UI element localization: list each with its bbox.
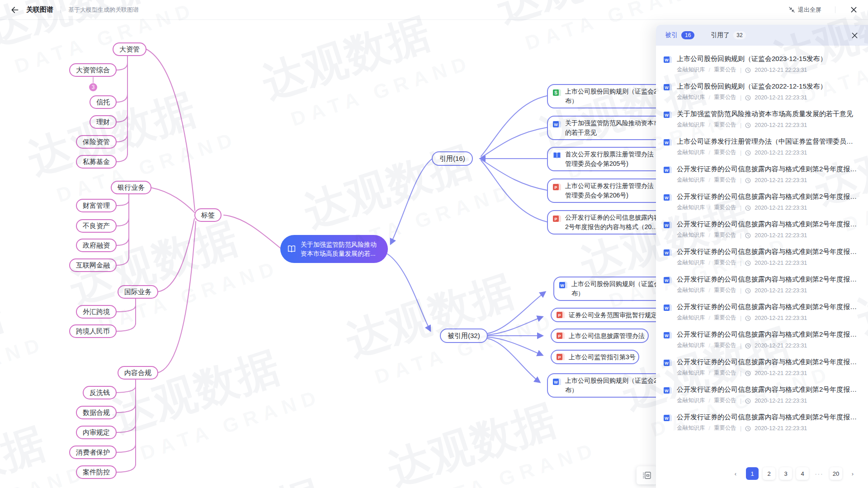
doc-card[interactable]: 首次公开发行股票注册管理办法（中国证券监督管理委员会令第205号) (547, 147, 665, 171)
tag-node-child[interactable]: 案件防控 (76, 465, 117, 479)
minimap-toggle-button[interactable] (637, 466, 657, 484)
document-timestamp: 2020-12-21 22:23:31 (755, 94, 807, 101)
ppt-icon: P (552, 183, 561, 192)
document-title: 公开发行证券的公司信息披露内容与格式准则第2号年度报告的内... (677, 358, 859, 366)
clock-icon (745, 315, 751, 321)
page-button-4[interactable]: 4 (796, 467, 809, 480)
tag-node-child[interactable]: 政府融资 (76, 239, 117, 252)
document-list-item[interactable]: W 公开发行证券的公司信息披露内容与格式准则第2号年度报告的内... 金融知识库… (663, 188, 859, 216)
page-subtitle: 基于大模型生成的关联图谱 (68, 6, 139, 14)
cite-branch-node[interactable]: 引用(16) (432, 151, 473, 166)
tag-node-child[interactable]: 信托 (90, 95, 117, 109)
tab-cited-by[interactable]: 被引 16 (665, 31, 694, 39)
svg-text:W: W (665, 306, 669, 310)
svg-text:P: P (558, 334, 561, 338)
collapsed-count-badge[interactable]: 3 (89, 83, 97, 91)
document-list-item[interactable]: W 公开发行证券的公司信息披露内容与格式准则第2号年度报告的内... 金融知识库… (663, 381, 859, 408)
top-bar: 关联图谱 基于大模型生成的关联图谱 退出全屏 (0, 0, 868, 20)
tag-node-child[interactable]: 理财 (90, 115, 117, 129)
center-document-node[interactable]: 关于加强监管防范风险推动 资本市场高质量发展的若... (280, 235, 388, 263)
tag-node-child[interactable]: 财富管理 (76, 199, 117, 212)
document-timestamp: 2020-12-21 22:23:31 (755, 398, 807, 404)
document-list-item[interactable]: W 上市公司股份回购规则（证监会2023-12-15发布） 金融知识库 / 重要… (663, 50, 859, 78)
document-timestamp: 2020-12-21 22:23:31 (755, 315, 807, 321)
document-list-item[interactable]: W 公开发行证券的公司信息披露内容与格式准则第2号年度报告的内... 金融知识库… (663, 160, 859, 188)
tag-node-bank-business[interactable]: 银行业务 (111, 181, 151, 194)
center-title-line2: 资本市场高质量发展的若... (301, 249, 377, 258)
tag-node-dazi-guan[interactable]: 大资管 (113, 42, 146, 56)
panel-close-icon[interactable] (850, 31, 859, 40)
svg-text:W: W (665, 416, 669, 421)
document-tag: 重要公告 (714, 176, 736, 184)
word-icon: W (663, 358, 672, 367)
document-title: 关于加强监管防范风险推动资本市场高质量发展的若干意见 (677, 110, 853, 118)
knowledge-base-label: 金融知识库 (677, 314, 705, 322)
doc-card[interactable]: W 关于加强监管防范风险推动资本市场高质量发展的若干意见 (547, 116, 665, 140)
tag-node-intl-business[interactable]: 国际业务 (118, 285, 158, 299)
document-list-item[interactable]: W 公开发行证券的公司信息披露内容与格式准则第2号年度报告的内... 金融知识库… (663, 271, 859, 298)
document-list-item[interactable]: W 上市公司证券发行注册管理办法（中国证券监督管理委员会令第2... 金融知识库… (663, 133, 859, 160)
page-button-3[interactable]: 3 (779, 467, 792, 480)
book-icon (552, 151, 561, 160)
tag-node-child[interactable]: 消费者保护 (69, 446, 117, 459)
page-button-2[interactable]: 2 (763, 467, 775, 480)
tab-cites[interactable]: 引用了 32 (711, 31, 745, 39)
doc-card[interactable]: P 公开发行证券的公司信息披露内容与格式准则第2号年度报告的内容与格式（20..… (547, 210, 665, 235)
svg-text:S: S (554, 90, 557, 95)
svg-text:W: W (665, 223, 669, 228)
document-tag: 重要公告 (714, 94, 736, 101)
svg-text:W: W (665, 278, 669, 283)
back-icon[interactable] (10, 5, 20, 15)
tag-node-child[interactable]: 私募基金 (76, 155, 117, 169)
tag-node-content-compliance[interactable]: 内容合规 (118, 366, 158, 380)
document-list-item[interactable]: W 公开发行证券的公司信息披露内容与格式准则第2号年度报告的内... 金融知识库… (663, 353, 859, 381)
document-list-item[interactable]: W 公开发行证券的公司信息披露内容与格式准则第2号年度报告的内... 金融知识库… (663, 216, 859, 243)
word-icon: W (663, 165, 672, 174)
exit-fullscreen-button[interactable]: 退出全屏 (788, 6, 821, 14)
doc-card[interactable]: S 上市公司股份回购规则（证监会2023-12-15发布） (547, 84, 665, 108)
doc-card[interactable]: W 上市公司股份回购规则（证监会2022-12-15发布） (547, 373, 665, 398)
ppt-icon: P (556, 310, 565, 319)
doc-card[interactable]: W 上市公司股份回购规则（证监会2023-12-15发布） (553, 277, 665, 301)
document-title: 上市公司证券发行注册管理办法（中国证券监督管理委员会令第2... (677, 137, 859, 146)
page-button-1[interactable]: 1 (746, 467, 759, 480)
doc-card[interactable]: P 上市公司监管指引第3号 (551, 350, 639, 364)
next-page-button[interactable]: › (846, 467, 859, 480)
tag-node-child[interactable]: 反洗钱 (83, 386, 117, 399)
document-tag: 重要公告 (714, 286, 736, 294)
tag-node-child[interactable]: 跨境人民币 (69, 324, 117, 338)
tag-node-child[interactable]: 保险资管 (76, 135, 117, 149)
document-list-item[interactable]: W 公开发行证券的公司信息披露内容与格式准则第2号年度报告的内... 金融知识库… (663, 298, 859, 326)
tag-node-child[interactable]: 内审规定 (76, 426, 117, 439)
tag-node-child[interactable]: 大资管综合 (69, 63, 117, 77)
document-list-item[interactable]: W 公开发行证券的公司信息披露内容与格式准则第2号年度报告的内... 金融知识库… (663, 326, 859, 353)
knowledge-base-label: 金融知识库 (677, 204, 705, 211)
clock-icon (745, 260, 751, 266)
close-icon[interactable] (849, 5, 858, 14)
document-list-item[interactable]: W 公开发行证券的公司信息披露内容与格式准则第2号年度报告的内... 金融知识库… (663, 243, 859, 271)
doc-card[interactable]: P 上市公司证券发行注册管理办法（中国证券监督管理委员会令第206号) (547, 178, 665, 203)
document-tag: 重要公告 (714, 397, 736, 404)
knowledge-base-label: 金融知识库 (677, 424, 705, 432)
clock-icon (745, 205, 751, 211)
document-list-item[interactable]: W 公开发行证券的公司信息披露内容与格式准则第2号年度报告的内... 金融知识库… (663, 408, 859, 436)
doc-card[interactable]: P 证券公司业务范围审批暂行规定 (551, 308, 665, 322)
tag-hub-node[interactable]: 标签 (194, 208, 222, 222)
panel-header: 被引 16 引用了 32 (656, 25, 868, 46)
knowledge-base-label: 金融知识库 (677, 369, 705, 377)
cited-branch-node[interactable]: 被引用(32) (440, 328, 488, 343)
tag-node-child[interactable]: 外汇跨境 (76, 305, 117, 319)
document-timestamp: 2020-12-21 22:23:31 (755, 343, 807, 349)
doc-card[interactable]: P 上市公司信息披露管理办法 (551, 328, 649, 343)
tag-node-child[interactable]: 数据合规 (76, 406, 117, 419)
page-ellipsis: ··· (813, 467, 826, 480)
tag-node-child[interactable]: 互联网金融 (69, 258, 117, 272)
page-button-20[interactable]: 20 (830, 467, 842, 480)
document-list-item[interactable]: W 关于加强监管防范风险推动资本市场高质量发展的若干意见 金融知识库 / 重要公… (663, 105, 859, 133)
prev-page-button[interactable]: ‹ (729, 467, 742, 480)
document-tag: 重要公告 (714, 149, 736, 156)
word-icon: W (663, 138, 672, 147)
clock-icon (745, 67, 751, 73)
document-list-item[interactable]: W 上市公司股份回购规则（证监会2022-12-15发布） 金融知识库 / 重要… (663, 78, 859, 105)
tag-node-child[interactable]: 不良资产 (76, 219, 117, 233)
